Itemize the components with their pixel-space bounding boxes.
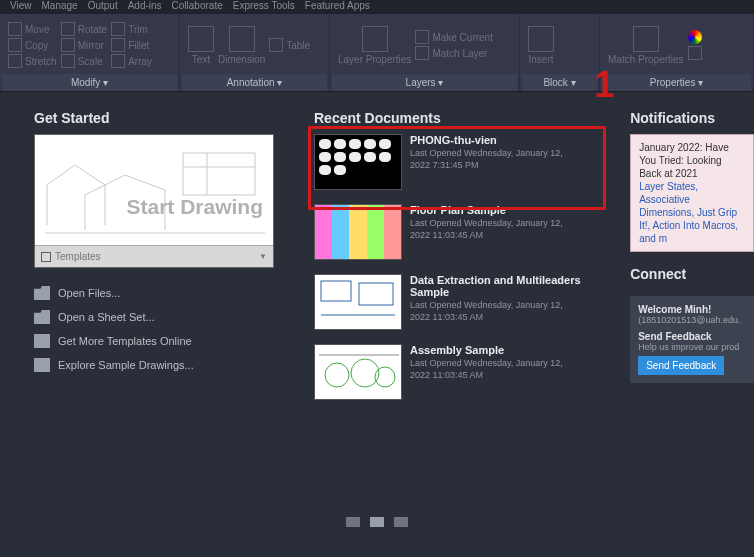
start-drawing-label: Start Drawing (126, 195, 263, 219)
notification-link[interactable]: Layer States, Associative Dimensions, Ju… (639, 180, 745, 245)
layer-match[interactable]: Match Layer (415, 46, 493, 60)
modify-copy[interactable]: Copy (8, 38, 57, 52)
templates-icon (41, 252, 51, 262)
feedback-text: Help us improve our prod (638, 342, 746, 352)
view-mode-switcher (346, 517, 408, 527)
modify-scale[interactable]: Scale (61, 54, 107, 68)
block-insert[interactable]: Insert (528, 26, 554, 65)
view-list-icon[interactable] (346, 517, 360, 527)
connect-panel: Welcome Minh! (18510201513@uah.edu. Send… (630, 296, 754, 383)
welcome-text: Welcome Minh! (638, 304, 746, 315)
notifications-title: Notifications (630, 110, 754, 126)
doc-thumbnail (314, 344, 402, 400)
open-sheet-set-link[interactable]: Open a Sheet Set... (34, 310, 274, 324)
doc-icon (34, 334, 50, 348)
ribbon: Move Copy Stretch Rotate Mirror Scale Tr… (0, 14, 754, 92)
get-started-title: Get Started (34, 110, 274, 126)
ribbon-group-properties[interactable]: Properties ▾ (602, 74, 751, 91)
layer-properties[interactable]: Layer Properties (338, 26, 411, 65)
menu-item[interactable]: Featured Apps (305, 0, 370, 11)
modify-trim[interactable]: Trim (111, 22, 152, 36)
view-detail-icon[interactable] (394, 517, 408, 527)
get-templates-link[interactable]: Get More Templates Online (34, 334, 274, 348)
svg-rect-4 (359, 283, 393, 305)
menu-item[interactable]: View (10, 0, 32, 11)
modify-array[interactable]: Array (111, 54, 152, 68)
notification-text: January 2022: Have You Tried: Looking Ba… (639, 141, 745, 180)
doc-title: Assembly Sample (410, 344, 590, 356)
doc-timestamp: Last Opened Wednesday, January 12,2022 1… (410, 300, 590, 323)
feedback-label: Send Feedback (638, 331, 746, 342)
annotation-text[interactable]: Text (188, 26, 214, 65)
recent-doc-item[interactable]: Floor Plan Sample Last Opened Wednesday,… (314, 204, 590, 260)
svg-point-6 (325, 363, 349, 387)
start-drawing-tile[interactable]: Start Drawing Templates ▼ (34, 134, 274, 268)
ribbon-group-block[interactable]: Block ▾ (522, 74, 597, 91)
doc-timestamp: Last Opened Wednesday, January 12,2022 1… (410, 218, 590, 241)
ribbon-group-annotation[interactable]: Annotation ▾ (182, 74, 327, 91)
svg-point-7 (351, 359, 379, 387)
doc-thumbnail (314, 274, 402, 330)
open-files-link[interactable]: Open Files... (34, 286, 274, 300)
user-email: (18510201513@uah.edu. (638, 315, 746, 325)
svg-rect-3 (321, 281, 351, 301)
menu-item[interactable]: Express Tools (233, 0, 295, 11)
menu-item[interactable]: Output (88, 0, 118, 11)
start-drawing-sketch: Start Drawing (35, 135, 273, 245)
insert-icon (528, 26, 554, 52)
layers-icon (362, 26, 388, 52)
lineweight-icon[interactable] (688, 46, 702, 60)
ribbon-group-modify[interactable]: Modify ▾ (2, 74, 177, 91)
folder-icon (34, 310, 50, 324)
match-properties[interactable]: Match Properties (608, 26, 684, 65)
doc-title: PHONG-thu-vien (410, 134, 590, 146)
doc-timestamp: Last Opened Wednesday, January 12,2022 1… (410, 358, 590, 381)
view-grid-icon[interactable] (370, 517, 384, 527)
svg-rect-0 (183, 153, 255, 195)
modify-mirror[interactable]: Mirror (61, 38, 107, 52)
modify-rotate[interactable]: Rotate (61, 22, 107, 36)
modify-move[interactable]: Move (8, 22, 57, 36)
ribbon-group-layers[interactable]: Layers ▾ (332, 74, 517, 91)
layer-make-current[interactable]: Make Current (415, 30, 493, 44)
recent-doc-item[interactable]: PHONG-thu-vien Last Opened Wednesday, Ja… (314, 134, 590, 190)
annotation-number: 1 (594, 64, 614, 106)
text-icon (188, 26, 214, 52)
folder-icon (34, 286, 50, 300)
menu-item[interactable]: Add-ins (128, 0, 162, 11)
match-icon (633, 26, 659, 52)
doc-timestamp: Last Opened Wednesday, January 12,2022 7… (410, 148, 590, 171)
chevron-down-icon: ▼ (259, 252, 267, 261)
menu-bar: View Manage Output Add-ins Collaborate E… (0, 0, 754, 14)
modify-stretch[interactable]: Stretch (8, 54, 57, 68)
recent-doc-item[interactable]: Data Extraction and Multileaders Sample … (314, 274, 590, 330)
menu-item[interactable]: Collaborate (172, 0, 223, 11)
doc-title: Data Extraction and Multileaders Sample (410, 274, 590, 298)
doc-thumbnail (314, 204, 402, 260)
send-feedback-button[interactable]: Send Feedback (638, 356, 724, 375)
menu-item[interactable]: Manage (42, 0, 78, 11)
doc-title: Floor Plan Sample (410, 204, 590, 216)
annotation-dimension[interactable]: Dimension (218, 26, 265, 65)
annotation-table[interactable]: Table (269, 38, 310, 52)
recent-doc-item[interactable]: Assembly Sample Last Opened Wednesday, J… (314, 344, 590, 400)
notification-card[interactable]: January 2022: Have You Tried: Looking Ba… (630, 134, 754, 252)
doc-icon (34, 358, 50, 372)
explore-samples-link[interactable]: Explore Sample Drawings... (34, 358, 274, 372)
dimension-icon (229, 26, 255, 52)
modify-fillet[interactable]: Fillet (111, 38, 152, 52)
recent-documents-title: Recent Documents (314, 110, 590, 126)
templates-dropdown[interactable]: Templates ▼ (35, 245, 273, 267)
connect-title: Connect (630, 266, 754, 282)
doc-thumbnail (314, 134, 402, 190)
color-swatch-icon[interactable] (688, 30, 702, 44)
